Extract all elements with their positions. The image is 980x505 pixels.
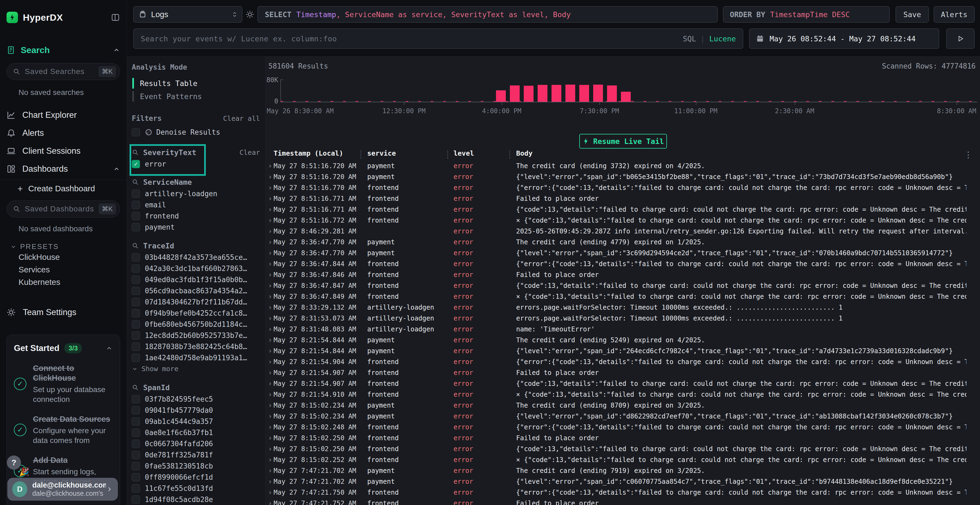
preset-link[interactable]: ClickHouse bbox=[6, 251, 120, 264]
chevron-up-icon[interactable] bbox=[106, 345, 113, 352]
column-header-level[interactable]: level bbox=[453, 149, 516, 157]
filter-checkbox[interactable] bbox=[132, 264, 140, 273]
row-expand-icon[interactable] bbox=[268, 282, 274, 289]
span-filter-option[interactable]: 0de781ff325a781f bbox=[132, 449, 260, 461]
row-expand-icon[interactable] bbox=[268, 402, 274, 409]
table-row[interactable]: May 27 8:21:54.907 AM frontend error Fai… bbox=[266, 367, 980, 378]
column-header-timestamp[interactable]: Timestamp (Local) bbox=[274, 149, 367, 157]
column-header-body[interactable]: Body bbox=[516, 149, 966, 157]
row-expand-icon[interactable] bbox=[268, 369, 274, 376]
search-icon[interactable] bbox=[132, 384, 139, 391]
table-row[interactable]: May 27 8:36:47.846 AM frontend error Fai… bbox=[266, 269, 980, 280]
row-expand-icon[interactable] bbox=[268, 260, 274, 268]
language-toggle-lucene[interactable]: Lucene bbox=[709, 35, 736, 43]
row-expand-icon[interactable] bbox=[268, 478, 274, 485]
save-button[interactable]: Save bbox=[896, 6, 929, 22]
severity-filter-option[interactable]: error bbox=[132, 158, 260, 170]
filter-checkbox[interactable] bbox=[132, 309, 140, 317]
preset-link[interactable]: Services bbox=[6, 264, 120, 276]
row-expand-icon[interactable] bbox=[268, 217, 274, 224]
table-row[interactable]: May 27 7:47:21.702 AM payment error The … bbox=[266, 465, 980, 476]
table-row[interactable]: May 27 8:36:47.770 AM payment error The … bbox=[266, 237, 980, 248]
table-row[interactable]: May 27 8:15:02.234 AM payment error The … bbox=[266, 400, 980, 411]
row-expand-icon[interactable] bbox=[268, 195, 274, 202]
filter-checkbox[interactable] bbox=[132, 298, 140, 306]
row-expand-icon[interactable] bbox=[268, 238, 274, 246]
table-row[interactable]: May 27 8:36:47.847 AM frontend error {"c… bbox=[266, 280, 980, 291]
column-separator[interactable] bbox=[509, 151, 510, 159]
filter-checkbox[interactable] bbox=[132, 332, 140, 340]
search-icon[interactable] bbox=[132, 242, 139, 249]
histogram-bar[interactable] bbox=[496, 91, 506, 102]
saved-dashboards-input[interactable]: Saved Dashboards ⌘K bbox=[6, 200, 120, 218]
trace-filter-option[interactable]: 18287038b73e882425c64b8… bbox=[132, 341, 260, 352]
filter-checkbox[interactable] bbox=[132, 276, 140, 284]
trace-filter-option[interactable]: 049ed0ac3fdb1f3f15a0b0b… bbox=[132, 274, 260, 285]
trace-filter-option[interactable]: 1ae42480d758e9ab91193a1… bbox=[132, 352, 260, 363]
span-filter-option[interactable]: 09041fb457779da0 bbox=[132, 405, 260, 416]
denoise-checkbox[interactable] bbox=[132, 128, 140, 136]
row-expand-icon[interactable] bbox=[268, 413, 274, 420]
table-row[interactable]: May 27 8:46:29.281 AM error 2025-05-26T0… bbox=[266, 226, 980, 237]
service-filter-option[interactable]: payment bbox=[132, 221, 260, 233]
row-expand-icon[interactable] bbox=[268, 434, 274, 442]
column-header-service[interactable]: service bbox=[367, 149, 453, 157]
select-clause-input[interactable]: SELECTTimestamp, ServiceName as service,… bbox=[258, 6, 718, 22]
trace-filter-option[interactable]: 03b44828f42a3573ea655ce… bbox=[132, 252, 260, 263]
table-row[interactable]: May 27 8:36:47.849 AM frontend error × {… bbox=[266, 291, 980, 302]
chevron-up-icon[interactable] bbox=[113, 165, 120, 173]
row-expand-icon[interactable] bbox=[268, 184, 274, 192]
histogram-bar[interactable] bbox=[621, 92, 631, 102]
filter-checkbox[interactable] bbox=[132, 320, 140, 329]
search-icon[interactable] bbox=[132, 149, 139, 156]
table-row[interactable]: May 27 8:21:54.844 AM payment error {"le… bbox=[266, 346, 980, 356]
filter-checkbox[interactable] bbox=[132, 451, 140, 459]
source-settings-gear-icon[interactable] bbox=[242, 6, 258, 22]
filter-checkbox[interactable] bbox=[132, 223, 140, 231]
row-expand-icon[interactable] bbox=[268, 336, 274, 344]
table-row[interactable]: May 27 8:51:16.720 AM payment error The … bbox=[266, 160, 980, 172]
table-row[interactable]: May 27 8:21:54.904 AM frontend error {"e… bbox=[266, 356, 980, 367]
trace-show-more-button[interactable]: Show more bbox=[132, 363, 260, 375]
row-expand-icon[interactable] bbox=[268, 489, 274, 496]
row-expand-icon[interactable] bbox=[268, 347, 274, 355]
table-row[interactable]: May 27 8:21:54.907 AM frontend error {"c… bbox=[266, 378, 980, 389]
row-expand-icon[interactable] bbox=[268, 162, 274, 170]
table-row[interactable]: May 27 8:51:16.770 AM frontend error {"e… bbox=[266, 182, 980, 193]
get-started-step[interactable]: ✓ Connect to ClickHouse Set up your data… bbox=[14, 363, 113, 404]
histogram-bar[interactable] bbox=[607, 86, 617, 102]
filter-checkbox[interactable] bbox=[132, 354, 140, 362]
histogram-bar[interactable] bbox=[593, 85, 603, 102]
span-filter-option[interactable]: 09ab1c4544c9a357 bbox=[132, 416, 260, 427]
histogram-bar[interactable] bbox=[552, 85, 561, 102]
histogram-bar[interactable] bbox=[510, 86, 520, 102]
trace-filter-option[interactable]: 07d184304627bf2f11b67dd… bbox=[132, 296, 260, 308]
filter-checkbox[interactable] bbox=[132, 190, 140, 198]
sidebar-item-client-sessions[interactable]: Client Sessions bbox=[6, 142, 120, 160]
trace-filter-option[interactable]: 042a30c3dc1baf660b27863… bbox=[132, 263, 260, 274]
row-expand-icon[interactable] bbox=[268, 249, 274, 257]
trace-filter-option[interactable]: 12ec8dd52b60b9525733b7e… bbox=[132, 330, 260, 341]
user-account-button[interactable]: D dale@clickhouse.com dale@clickhouse.co… bbox=[7, 478, 118, 501]
table-row[interactable]: May 27 8:51:16.772 AM frontend error × {… bbox=[266, 215, 980, 226]
histogram-bar[interactable] bbox=[538, 85, 547, 102]
filter-checkbox[interactable] bbox=[132, 343, 140, 351]
histogram-bar[interactable] bbox=[524, 86, 533, 102]
histogram-bar[interactable] bbox=[579, 85, 589, 102]
row-expand-icon[interactable] bbox=[268, 326, 274, 333]
table-row[interactable]: May 27 8:21:54.844 AM payment error The … bbox=[266, 335, 980, 346]
table-row[interactable]: May 27 8:15:02.248 AM frontend error {"e… bbox=[266, 422, 980, 433]
analysis-mode-option[interactable]: Event Patterns bbox=[132, 90, 260, 103]
table-row[interactable]: May 27 8:15:02.250 AM frontend error {"c… bbox=[266, 443, 980, 454]
filter-checkbox[interactable] bbox=[132, 212, 140, 220]
span-filter-option[interactable]: 0fae5381230518cb bbox=[132, 461, 260, 472]
sidebar-item-chart-explorer[interactable]: Chart Explorer bbox=[6, 106, 120, 124]
sidebar-item-dashboards[interactable]: Dashboards bbox=[6, 160, 120, 178]
saved-searches-input[interactable]: Saved Searches ⌘K bbox=[6, 63, 120, 80]
table-options-kebab-icon[interactable]: ⋮ bbox=[964, 150, 972, 159]
row-expand-icon[interactable] bbox=[268, 423, 274, 431]
row-expand-icon[interactable] bbox=[268, 500, 274, 505]
sidebar-item-search[interactable]: Search bbox=[6, 44, 120, 56]
trace-filter-option[interactable]: 056cd9acbaac8637a4354a2… bbox=[132, 285, 260, 296]
resume-live-tail-button[interactable]: Resume Live Tail bbox=[579, 134, 667, 149]
